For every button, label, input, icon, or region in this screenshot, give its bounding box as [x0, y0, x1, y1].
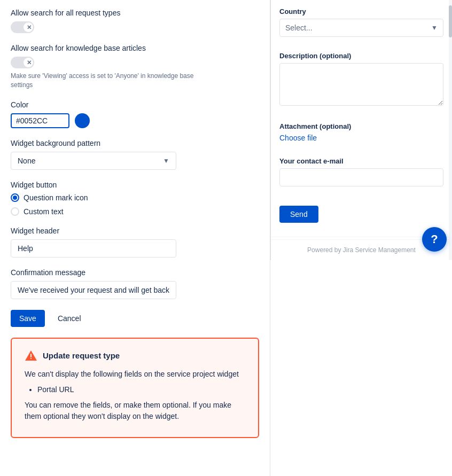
country-dropdown-icon: ▼ [431, 24, 438, 32]
cancel-button[interactable]: Cancel [49, 310, 90, 327]
country-section: Country Select... ▼ [271, 0, 452, 44]
search-all-label: Allow search for all request types [11, 9, 259, 17]
widget-bg-section: Widget background pattern None ▼ [11, 139, 259, 170]
question-mark-icon: ? [431, 232, 438, 246]
attachment-label: Attachment (optional) [279, 122, 443, 130]
alert-list-item1: Portal URL [37, 384, 245, 395]
alert-body: We can't display the following fields on… [25, 369, 245, 422]
send-button[interactable]: Send [279, 206, 318, 223]
search-kb-section: Allow search for knowledge base articles… [11, 44, 259, 90]
alert-box: Update request type We can't display the… [11, 338, 259, 438]
widget-bg-dropdown[interactable]: None ▼ [11, 152, 176, 170]
country-select[interactable]: Select... ▼ [279, 19, 443, 37]
color-input[interactable]: #0052CC [11, 113, 69, 128]
radio-question-label: Question mark icon [24, 193, 88, 202]
alert-body-text2: You can remove the fields, or make them … [25, 400, 245, 422]
dropdown-arrow-icon: ▼ [163, 157, 169, 165]
left-panel: Allow search for all request types ✕ All… [0, 0, 270, 476]
radio-custom-circle [11, 207, 19, 216]
choose-file-link[interactable]: Choose file [279, 134, 317, 142]
send-section: Send [271, 194, 452, 235]
widget-button-section: Widget button Question mark icon Custom … [11, 181, 259, 216]
widget-header-input[interactable] [11, 239, 176, 257]
right-panel: Country Select... ▼ Description (optiona… [270, 0, 452, 476]
radio-custom-label: Custom text [24, 207, 64, 216]
radio-custom-text[interactable]: Custom text [11, 207, 259, 216]
search-kb-label: Allow search for knowledge base articles [11, 44, 259, 52]
toggle2-x-icon: ✕ [27, 59, 32, 66]
radio-question-mark[interactable]: Question mark icon [11, 193, 259, 202]
color-swatch[interactable] [75, 113, 90, 128]
scroll-thumb[interactable] [449, 5, 452, 37]
color-section: Color #0052CC [11, 100, 259, 128]
widget-bg-value: None [18, 157, 35, 165]
country-placeholder: Select... [285, 24, 313, 32]
kb-hint-text: Make sure 'Viewing' access is set to 'An… [11, 72, 214, 90]
alert-header: Update request type [25, 349, 245, 362]
action-buttons: Save Cancel [11, 310, 259, 327]
radio-question-circle [11, 193, 19, 202]
search-kb-toggle[interactable]: ✕ [11, 57, 34, 68]
widget-button-radio-group: Question mark icon Custom text [11, 193, 259, 216]
toggle1-x-icon: ✕ [27, 24, 32, 31]
warning-icon [25, 349, 37, 362]
widget-button-label: Widget button [11, 181, 259, 189]
attachment-section: Attachment (optional) Choose file [271, 115, 452, 150]
widget-header-label: Widget header [11, 227, 259, 235]
float-help-button[interactable]: ? [422, 227, 447, 252]
widget-preview: Country Select... ▼ Description (optiona… [270, 0, 452, 260]
confirmation-label: Confirmation message [11, 268, 259, 277]
description-textarea[interactable] [279, 63, 443, 106]
widget-bg-label: Widget background pattern [11, 139, 259, 147]
widget-header-section: Widget header [11, 227, 259, 257]
alert-list: Portal URL [37, 384, 245, 395]
confirmation-input[interactable] [11, 281, 176, 299]
scrollbar[interactable] [449, 0, 452, 260]
country-label: Country [279, 7, 443, 15]
email-input[interactable] [279, 168, 443, 186]
alert-body-text1: We can't display the following fields on… [25, 369, 245, 380]
color-label: Color [11, 100, 259, 109]
description-label: Description (optional) [279, 52, 443, 60]
svg-point-0 [30, 358, 32, 359]
email-label: Your contact e-mail [279, 157, 443, 165]
search-all-toggle[interactable]: ✕ [11, 21, 34, 33]
email-section: Your contact e-mail [271, 150, 452, 194]
save-button[interactable]: Save [11, 310, 45, 327]
confirmation-section: Confirmation message [11, 268, 259, 299]
search-all-section: Allow search for all request types ✕ [11, 9, 259, 33]
description-section: Description (optional) [271, 44, 452, 115]
alert-title: Update request type [43, 351, 120, 360]
